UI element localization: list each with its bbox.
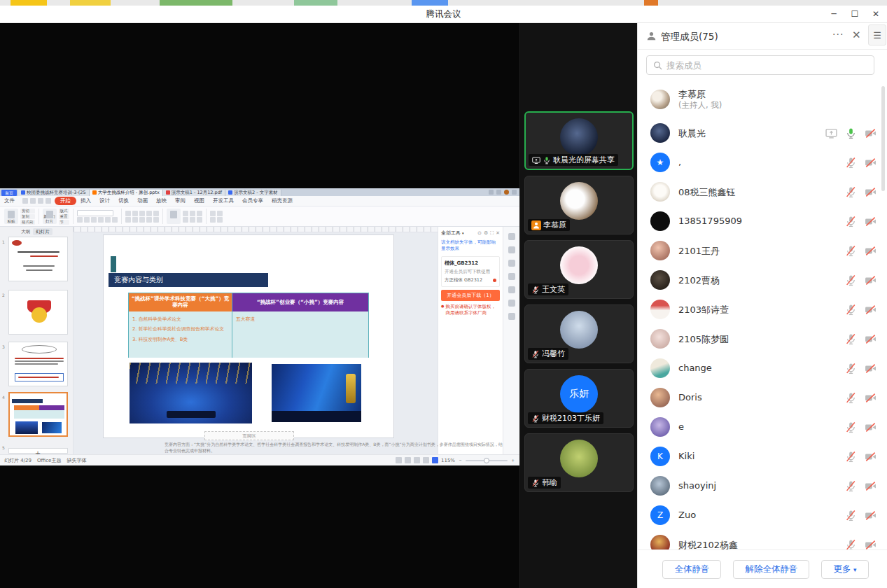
slide-thumbnail-2[interactable]: [8, 290, 68, 335]
insert-picture-button[interactable]: [167, 209, 181, 224]
member-row[interactable]: 2105陈梦圆: [638, 324, 887, 354]
shape-buttons[interactable]: [183, 211, 202, 216]
member-row[interactable]: 2102曹杨: [638, 265, 887, 295]
mic-off-icon[interactable]: [845, 363, 857, 374]
wps-tab-member[interactable]: 会员专享: [238, 197, 267, 204]
member-row[interactable]: e: [638, 412, 887, 442]
mic-off-icon[interactable]: [845, 274, 857, 286]
video-tile[interactable]: 韩瑜: [524, 433, 634, 492]
wps-sidebar-rail[interactable]: [503, 227, 519, 454]
outline-tab[interactable]: 大纲: [21, 229, 30, 234]
format-painter-button[interactable]: 格式刷: [20, 220, 35, 225]
camera-off-icon[interactable]: [865, 421, 876, 433]
slides-tab[interactable]: 幻灯片: [33, 228, 53, 235]
select-buttons[interactable]: [210, 217, 223, 223]
wps-doc-tab[interactable]: 校团委挑战杯竞赛培训-3-(25: [18, 190, 90, 196]
video-tile-host[interactable]: 李慕原: [524, 176, 634, 234]
mic-off-icon[interactable]: [845, 304, 857, 316]
mic-off-icon[interactable]: [845, 216, 857, 227]
wps-window-controls[interactable]: [489, 190, 519, 195]
section-button[interactable]: 节: [59, 220, 69, 225]
sorter-view-button[interactable]: [423, 457, 429, 463]
camera-off-icon[interactable]: [865, 480, 876, 492]
slide-thumbnail-4-selected[interactable]: [8, 392, 68, 437]
more-actions-button[interactable]: 更多 ▾: [821, 560, 868, 579]
wps-tab-animation[interactable]: 动画: [133, 197, 152, 204]
camera-off-icon[interactable]: [865, 157, 876, 169]
wps-tab-slideshow[interactable]: 放映: [152, 197, 171, 204]
notes-toggle[interactable]: [396, 457, 402, 463]
wps-doc-tab[interactable]: 演示文稿1 - 12月12.pdf: [163, 190, 225, 196]
panel-layout-toggle[interactable]: ☰: [868, 24, 886, 46]
mic-off-icon[interactable]: [845, 245, 857, 257]
zoom-slider[interactable]: [466, 460, 508, 461]
camera-off-icon[interactable]: [865, 539, 876, 550]
slideshow-play-button[interactable]: [432, 457, 438, 463]
panel-close-button[interactable]: ✕: [852, 29, 861, 41]
wps-tab-transition[interactable]: 切换: [114, 197, 133, 204]
download-fonts-button[interactable]: 开通会员后下载（1）: [441, 290, 500, 301]
member-row[interactable]: 2103邹诗萱: [638, 295, 887, 324]
camera-off-icon[interactable]: [865, 510, 876, 522]
member-row[interactable]: K Kiki: [638, 442, 887, 471]
slide-canvas[interactable]: 竞赛内容与类别 “挑战杯”课外学术科技竞赛（“大挑”）竞赛内容 “挑战杯”创业赛…: [104, 235, 393, 438]
member-row[interactable]: 李慕原 (主持人, 我): [638, 82, 887, 118]
mic-off-icon[interactable]: [845, 186, 857, 198]
mute-all-button[interactable]: 全体静音: [662, 560, 721, 579]
task-pane-link[interactable]: 该文档缺失字体，可能影响显示效果: [438, 238, 503, 253]
camera-off-icon[interactable]: [865, 245, 876, 257]
member-row[interactable]: 2101王丹: [638, 236, 887, 265]
new-slide-button[interactable]: 新建幻灯片: [43, 209, 57, 224]
mic-off-icon[interactable]: [845, 539, 857, 550]
member-row[interactable]: 13851795909: [638, 206, 887, 236]
camera-off-icon[interactable]: [865, 127, 876, 139]
video-tile-sharing[interactable]: 耿晨光的屏幕共享: [524, 111, 634, 170]
paste-button[interactable]: 粘贴: [4, 209, 18, 224]
camera-off-icon[interactable]: [865, 333, 876, 345]
member-list-scrollbar[interactable]: [881, 86, 885, 548]
member-search-box[interactable]: [646, 55, 874, 75]
bullet-buttons[interactable]: [125, 211, 159, 216]
close-button[interactable]: ✕: [866, 7, 886, 22]
wps-tab-design[interactable]: 设计: [95, 197, 114, 204]
camera-off-icon[interactable]: [865, 304, 876, 316]
unmute-all-button[interactable]: 解除全体静音: [733, 560, 809, 579]
maximize-button[interactable]: ☐: [845, 7, 865, 22]
mic-off-icon[interactable]: [845, 451, 857, 463]
reset-button[interactable]: 重置: [59, 214, 69, 219]
zoom-in-button[interactable]: ＋: [510, 457, 515, 464]
member-row[interactable]: 财税2102杨鑫: [638, 530, 887, 550]
panel-more-button[interactable]: ···: [832, 29, 844, 40]
wps-tab-home[interactable]: 开始: [55, 197, 76, 205]
minimize-button[interactable]: ─: [824, 7, 844, 22]
layout-button[interactable]: 版式: [59, 209, 69, 214]
camera-off-icon[interactable]: [865, 186, 876, 198]
font-family-combo[interactable]: [77, 210, 113, 216]
wps-doc-tab-active[interactable]: 大学生挑战杯介绍 - 原创.pptx: [90, 190, 163, 196]
zoom-out-button[interactable]: －: [458, 457, 463, 464]
search-input[interactable]: [666, 57, 869, 74]
speaker-notes[interactable]: 竞赛内容方面：“大挑”分为自然科学类学术论文、哲学社会科学类社会调查报告和学术论…: [165, 441, 504, 454]
member-row[interactable]: shaoyinj: [638, 471, 887, 500]
member-row[interactable]: change: [638, 354, 887, 383]
mic-off-icon[interactable]: [845, 480, 857, 492]
font-style-buttons[interactable]: [77, 217, 118, 223]
copy-button[interactable]: 复制: [20, 214, 35, 219]
wps-tab-view[interactable]: 视图: [190, 197, 209, 204]
member-row[interactable]: Doris: [638, 383, 887, 412]
task-pane-title[interactable]: 全部工具: [441, 230, 461, 237]
slide-thumbnail-1[interactable]: [8, 237, 68, 281]
mic-off-icon[interactable]: [845, 392, 857, 404]
mic-off-icon[interactable]: [845, 157, 857, 169]
arrange-buttons[interactable]: [183, 217, 202, 223]
normal-view-button[interactable]: [414, 457, 420, 463]
camera-off-icon[interactable]: [865, 451, 876, 463]
find-buttons[interactable]: [210, 211, 223, 216]
slide-thumbnail-3[interactable]: [8, 342, 68, 386]
cut-button[interactable]: 剪切: [20, 209, 35, 214]
camera-off-icon[interactable]: [865, 274, 876, 286]
mic-on-icon[interactable]: [845, 127, 857, 139]
camera-off-icon[interactable]: [865, 363, 876, 374]
video-tile[interactable]: 冯馨竹: [524, 304, 634, 363]
mic-off-icon[interactable]: [845, 510, 857, 522]
